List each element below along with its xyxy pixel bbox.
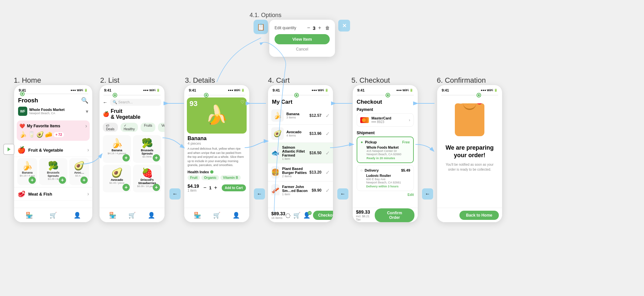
confirm-order-button[interactable]: Confirm Order: [375, 208, 414, 222]
list-avocado-img: 🥑: [111, 168, 123, 178]
list-search[interactable]: 🔍 Search...: [110, 99, 161, 106]
cart-checkout-button[interactable]: Checkout: [313, 211, 333, 220]
detail-bottom-nav: 🏪 🛒 👤: [184, 208, 249, 222]
card-name: MasterCard: [371, 116, 391, 120]
delivery-label: Delivery: [365, 168, 379, 172]
close-popup-button[interactable]: ✕: [338, 20, 350, 32]
filter-fruits[interactable]: Fruits: [141, 123, 155, 132]
meat-fish-chevron: ›: [87, 191, 89, 197]
detail-nav-profile[interactable]: 👤: [233, 212, 240, 219]
search-icon[interactable]: 🔍: [81, 97, 88, 104]
qty-minus[interactable]: −: [203, 185, 206, 191]
cart-avocado-check[interactable]: ✓: [325, 131, 330, 137]
list-back-arrow[interactable]: ←: [169, 188, 181, 200]
list-avocado-name: Avocado: [105, 178, 129, 181]
cart-banana-check[interactable]: ✓: [325, 113, 330, 119]
app-name: Froosh: [18, 97, 38, 104]
product-banana[interactable]: 🍌 Banana $4.19 / 4 pcs +: [17, 158, 37, 185]
cancel-label[interactable]: Cancel: [275, 47, 330, 52]
back-home-button[interactable]: Back to Home: [459, 211, 499, 220]
list-back-icon[interactable]: ←: [103, 100, 107, 105]
card-chevron[interactable]: ›: [409, 118, 410, 122]
list-brussels-add[interactable]: +: [153, 154, 160, 161]
pickup-label: Pickup: [365, 140, 377, 144]
filter-healthy[interactable]: ✓ Healthy: [121, 123, 138, 132]
favorites-section[interactable]: ❤️ My Favorite Items › 🍌 🥛 🥑 🧀 + 72: [17, 120, 90, 141]
delivery-option[interactable]: ○ Delivery $5.49 Ludovic Roulier 600 E B…: [357, 165, 414, 191]
cart-title: My Cart: [272, 99, 292, 105]
fav-label: My Favorite Items: [27, 124, 60, 128]
list-nav-store[interactable]: 🏪: [109, 212, 116, 219]
list-bottom-nav: 🏪 🛒 👤: [100, 208, 165, 222]
meat-icon: 🥩: [17, 190, 26, 198]
list-strawberry[interactable]: 🍓 Driscoll's Strawberries $6.09 / 16 pie…: [133, 165, 161, 192]
add-to-cart-button[interactable]: Add to Cart: [222, 184, 246, 191]
view-item-button[interactable]: View Item: [275, 34, 330, 44]
detail-nav-store[interactable]: 🏪: [194, 212, 201, 219]
product-avocado[interactable]: 🥑 Avoc… $3.4… +: [69, 158, 89, 185]
play-button[interactable]: [3, 144, 14, 155]
list-banana[interactable]: 🍌 Banana $4.19 / 4 pieces +: [103, 135, 131, 163]
cart-salmon-check[interactable]: ✓: [325, 150, 330, 156]
cart-back-arrow[interactable]: ←: [337, 188, 348, 200]
pickup-radio: ●: [361, 140, 363, 144]
grocery-bag-illustration: 🥗 🥖 🍅: [437, 97, 502, 141]
list-banana-add[interactable]: +: [122, 154, 130, 161]
fav-avocado-icon: 🥑: [36, 131, 44, 138]
detail-back-arrow[interactable]: ←: [254, 188, 265, 200]
section-1-label: 1. Home: [14, 76, 41, 85]
brussels-add[interactable]: +: [59, 177, 66, 184]
list-brussels[interactable]: 🥦 Brussels Sprouts $3.59/lb +: [133, 135, 161, 163]
cart-item-bacon[interactable]: 🥓 Farmer John Sm…ed Bacon 1 item $9.90 ✓: [268, 181, 333, 195]
list-nav-profile[interactable]: 👤: [148, 212, 155, 219]
cart-bacon-name: Farmer John Sm…ed Bacon: [282, 185, 309, 193]
meat-fish-category[interactable]: 🥩 Meat & Fish ›: [14, 187, 92, 201]
copy-icon[interactable]: 📋: [254, 20, 268, 34]
delete-icon[interactable]: 🗑: [325, 25, 330, 31]
list-banana-img: 🍌: [111, 138, 123, 148]
home-time: 9:41: [19, 88, 26, 92]
list-strawberry-add[interactable]: +: [153, 184, 160, 191]
cart-nav-cart[interactable]: 🛒: [293, 212, 300, 219]
home-nav-store[interactable]: 🏪: [26, 212, 33, 219]
fruit-icon: 🍎: [17, 146, 26, 154]
list-avocado[interactable]: 🥑 Avocado $3.49 / piece +: [103, 165, 131, 192]
edit-label[interactable]: Edit: [357, 193, 414, 197]
home-nav-profile[interactable]: 👤: [74, 212, 81, 219]
cart-item-avocado[interactable]: 🥑 Avocado 4 items $13.96 ✓: [268, 125, 333, 143]
payment-card[interactable]: MasterCard •••• 8923 ›: [357, 113, 414, 127]
cart-avocado-name: Avocado: [286, 130, 301, 134]
store-chevron[interactable]: ▾: [86, 108, 88, 115]
svg-marker-2: [8, 147, 11, 151]
home-nav-cart[interactable]: 🛒: [50, 212, 57, 219]
detail-favorite-icon[interactable]: ♡: [240, 99, 245, 105]
cart-item-burger[interactable]: 🍔 Plant Based Burger Patties 2 items $13…: [268, 163, 333, 181]
section-6-label: 6. Confirmation: [437, 76, 486, 85]
cart-item-salmon[interactable]: 🐟 Salmon Atlantic Fillet Farmed 1 item $…: [268, 143, 333, 163]
fav-chevron[interactable]: ›: [85, 123, 87, 129]
qty-plus[interactable]: +: [214, 185, 217, 191]
payment-label: Payment: [357, 107, 414, 112]
avocado-add[interactable]: +: [80, 177, 88, 184]
filter-more[interactable]: Ve…: [158, 123, 165, 132]
cart-avocado-img: 🥑: [271, 127, 284, 140]
fruit-veg-category[interactable]: 🍎 Fruit & Vegetable ›: [14, 143, 92, 157]
pickup-store: Whole Foods Market: [366, 146, 410, 149]
list-nav-cart[interactable]: 🛒: [128, 212, 136, 219]
checkout-back-arrow[interactable]: ←: [422, 188, 433, 200]
detail-nav-cart[interactable]: 🛒: [213, 212, 220, 219]
quantity-minus[interactable]: −: [307, 25, 310, 31]
quantity-plus[interactable]: +: [318, 25, 321, 31]
product-brussels[interactable]: 🥦 Brussels Sprouts $3.29 / lb +: [39, 158, 67, 185]
banana-img: 🍌: [22, 161, 33, 171]
cart-bacon-check[interactable]: ✓: [325, 187, 330, 194]
cart-burger-check[interactable]: ✓: [325, 169, 330, 176]
pickup-option[interactable]: ● Pickup Free Whole Foods Market 415 New…: [357, 137, 414, 163]
cart-item-banana[interactable]: 🍌 Banana 3 items $12.57 ✓: [268, 107, 333, 125]
list-avocado-add[interactable]: +: [122, 184, 130, 191]
banana-add[interactable]: +: [29, 177, 36, 184]
badge-vitamin: Vitamin B: [220, 175, 241, 180]
list-banana-name: Banana: [105, 149, 129, 152]
checkout-title: Checkout: [357, 99, 382, 105]
filter-deals[interactable]: 🏷 Deals: [103, 123, 118, 132]
